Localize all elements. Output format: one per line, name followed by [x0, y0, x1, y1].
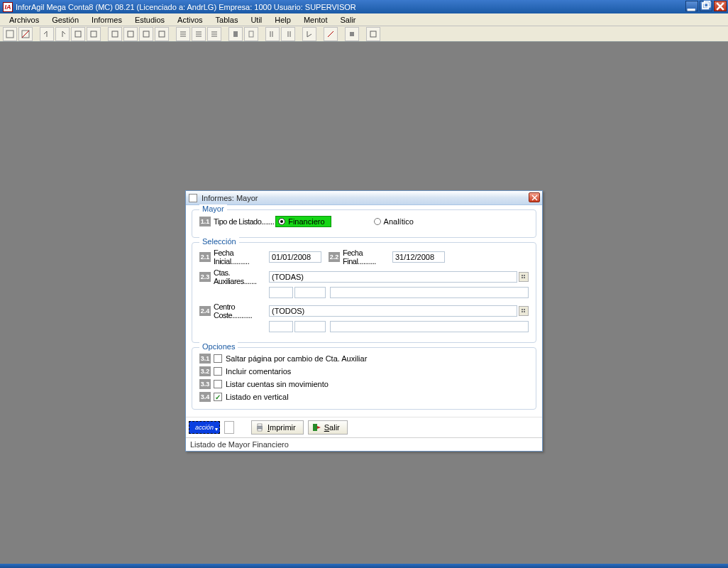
printer-icon: [255, 422, 265, 432]
svg-line-7: [22, 31, 29, 38]
menu-tablas[interactable]: Tablas: [209, 14, 245, 26]
svg-rect-23: [233, 31, 238, 37]
svg-rect-8: [75, 31, 81, 37]
toolbar-btn-16[interactable]: [265, 27, 280, 41]
svg-rect-12: [143, 31, 149, 37]
imprimir-label: Imprimir: [268, 423, 296, 432]
menubar: Archivos Gestión Informes Estudios Activ…: [0, 13, 728, 26]
svg-rect-34: [522, 275, 523, 276]
menu-informes[interactable]: Informes: [85, 14, 128, 26]
input-ctas-aux[interactable]: [269, 271, 517, 283]
label-o1: Saltar página por cambio de Cta. Auxilia…: [226, 354, 367, 363]
radio-analitico-label: Analítico: [384, 217, 414, 226]
radio-analitico[interactable]: Analítico: [374, 217, 414, 226]
toolbar-btn-14[interactable]: [228, 27, 243, 41]
svg-rect-38: [522, 309, 523, 310]
menu-util[interactable]: Util: [244, 14, 268, 26]
input-fecha-inicial[interactable]: [269, 251, 321, 263]
tag-ctas-aux: 2.3: [199, 272, 211, 282]
tag-tipo-listado: 1.1: [199, 217, 211, 226]
minimize-button[interactable]: [685, 1, 698, 11]
input-centro-coste-sub2[interactable]: [294, 321, 326, 332]
label-fecha-final: Fecha Final..........: [343, 248, 392, 266]
toolbar-btn-9[interactable]: [139, 27, 153, 41]
toolbar-btn-17[interactable]: [281, 27, 295, 41]
checkbox-listado-vertical[interactable]: ✓: [214, 393, 222, 401]
menu-archivos[interactable]: Archivos: [3, 14, 45, 26]
menu-help[interactable]: Help: [268, 14, 297, 26]
toolbar-btn-13[interactable]: [207, 27, 221, 41]
toolbar-btn-8[interactable]: [123, 27, 138, 41]
input-ctas-aux-desc[interactable]: [330, 287, 529, 298]
tag-o3: 3.3: [199, 379, 211, 389]
input-centro-coste[interactable]: [269, 305, 517, 317]
tag-centro-coste: 2.4: [199, 306, 211, 316]
tag-o2: 3.2: [199, 366, 211, 376]
menu-estudios[interactable]: Estudios: [128, 14, 171, 26]
close-button[interactable]: [714, 1, 727, 11]
toolbar-btn-6[interactable]: [87, 27, 101, 41]
group-seleccion: Selección 2.1 Fecha Inicial.......... 2.…: [192, 242, 536, 343]
label-fecha-inicial: Fecha Inicial..........: [214, 248, 269, 266]
salir-button[interactable]: Salir: [308, 420, 348, 435]
menu-gestion[interactable]: Gestión: [45, 14, 85, 26]
svg-rect-37: [524, 277, 525, 278]
dialog-titlebar[interactable]: Informes: Mayor: [186, 191, 542, 205]
dialog-status: Listado de Mayor Financiero: [186, 437, 542, 451]
toolbar-btn-5[interactable]: [71, 27, 85, 41]
tag-fecha-final: 2.2: [329, 252, 340, 262]
toolbar-btn-21[interactable]: [366, 27, 380, 41]
svg-rect-2: [705, 1, 710, 6]
menu-mentot[interactable]: Mentot: [297, 14, 334, 26]
toolbar-btn-18[interactable]: [302, 27, 316, 41]
svg-rect-39: [524, 309, 525, 310]
toolbar-btn-19[interactable]: [324, 27, 338, 41]
accion-button[interactable]: acción ▾: [189, 421, 220, 434]
menu-activos[interactable]: Activos: [171, 14, 209, 26]
toolbar-btn-10[interactable]: [155, 27, 169, 41]
svg-rect-24: [249, 31, 253, 37]
svg-rect-35: [524, 275, 525, 276]
restore-button[interactable]: [700, 1, 712, 11]
input-fecha-final[interactable]: [392, 251, 445, 263]
toolbar-btn-1[interactable]: [3, 27, 17, 41]
svg-rect-11: [128, 31, 133, 37]
app-title: InforAgil Mega Conta8 (MC) 08.21 (Licenc…: [16, 3, 356, 11]
toolbar-btn-15[interactable]: [244, 27, 258, 41]
dialog-close-button[interactable]: [529, 192, 540, 202]
toolbar-btn-2[interactable]: [18, 27, 33, 41]
toolbar-btn-3[interactable]: [40, 27, 54, 41]
checkbox-incluir-comentarios[interactable]: [214, 367, 222, 376]
input-ctas-aux-sub2[interactable]: [294, 287, 326, 298]
menu-salir[interactable]: Salir: [334, 14, 363, 26]
toolbar-btn-4[interactable]: [55, 27, 70, 41]
salir-label: Salir: [324, 423, 340, 432]
imprimir-button[interactable]: Imprimir: [251, 420, 304, 435]
lookup-ctas-aux[interactable]: [519, 272, 529, 282]
toolbar-btn-11[interactable]: [176, 27, 190, 41]
dialog-icon: [189, 194, 197, 202]
checkbox-saltar-pagina[interactable]: [214, 354, 222, 363]
svg-rect-41: [524, 311, 525, 312]
dialog-title: Informes: Mayor: [202, 194, 258, 202]
checkbox-listar-sin-movimiento[interactable]: [214, 380, 222, 388]
main-titlebar: InforAgil Mega Conta8 (MC) 08.21 (Licenc…: [0, 0, 728, 13]
accion-adjacent-field[interactable]: [224, 421, 234, 434]
svg-rect-43: [258, 424, 262, 426]
app-icon: [3, 2, 13, 12]
dialog-informes-mayor: Informes: Mayor Mayor 1.1 Tipo de Listad…: [185, 190, 543, 452]
svg-rect-36: [522, 277, 523, 278]
radio-financiero[interactable]: Financiero: [275, 216, 331, 227]
input-centro-coste-sub1[interactable]: [269, 321, 293, 332]
toolbar-btn-12[interactable]: [192, 27, 206, 41]
lookup-centro-coste[interactable]: [519, 306, 529, 316]
input-ctas-aux-sub1[interactable]: [269, 287, 293, 298]
toolbar-btn-7[interactable]: [108, 27, 122, 41]
svg-line-29: [328, 31, 333, 37]
chevron-down-icon: ▾: [215, 426, 218, 432]
input-centro-coste-desc[interactable]: [330, 321, 529, 332]
svg-rect-5: [6, 31, 13, 38]
svg-rect-44: [258, 429, 262, 431]
svg-rect-13: [159, 31, 165, 37]
toolbar-btn-20[interactable]: [345, 27, 359, 41]
